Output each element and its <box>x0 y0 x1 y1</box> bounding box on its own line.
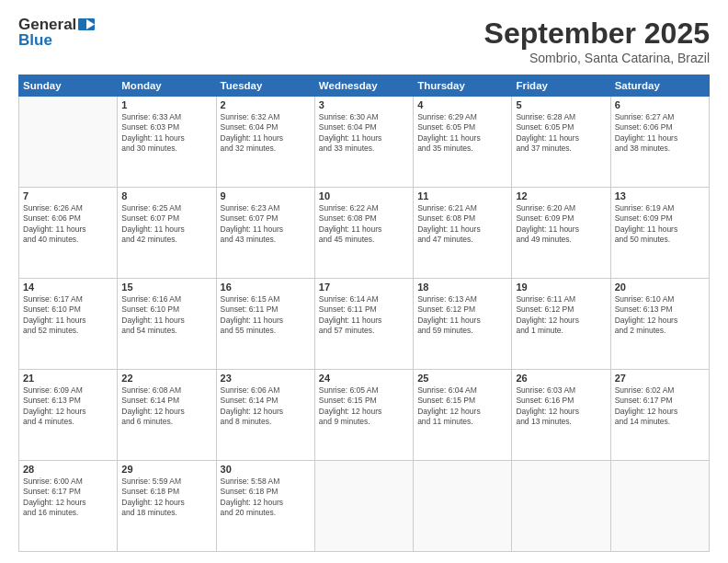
calendar-cell: 14Sunrise: 6:17 AMSunset: 6:10 PMDayligh… <box>19 279 118 370</box>
day-info: Sunrise: 6:05 AMSunset: 6:15 PMDaylight:… <box>319 385 409 428</box>
day-number: 29 <box>121 464 211 475</box>
day-number: 15 <box>121 282 211 293</box>
day-info: Sunrise: 6:13 AMSunset: 6:12 PMDaylight:… <box>417 294 507 337</box>
weekday-header: Monday <box>118 75 216 97</box>
day-info: Sunrise: 6:32 AMSunset: 6:04 PMDaylight:… <box>221 112 311 155</box>
day-info: Sunrise: 6:22 AMSunset: 6:08 PMDaylight:… <box>319 203 409 246</box>
day-number: 2 <box>221 99 311 110</box>
day-number: 8 <box>121 190 211 201</box>
logo-blue: Blue <box>18 32 52 48</box>
day-info: Sunrise: 6:28 AMSunset: 6:05 PMDaylight:… <box>516 112 606 155</box>
day-info: Sunrise: 6:17 AMSunset: 6:10 PMDaylight:… <box>23 294 113 337</box>
day-number: 14 <box>23 282 113 293</box>
page: General Blue September 2025 Sombrio, San… <box>0 0 728 563</box>
logo-text: General Blue <box>18 17 95 48</box>
calendar-cell: 26Sunrise: 6:03 AMSunset: 6:16 PMDayligh… <box>512 370 610 461</box>
day-info: Sunrise: 5:59 AMSunset: 6:18 PMDaylight:… <box>121 477 211 519</box>
day-number: 30 <box>221 464 311 475</box>
day-number: 6 <box>615 99 705 110</box>
weekday-header: Thursday <box>414 75 512 97</box>
calendar-cell: 9Sunrise: 6:23 AMSunset: 6:07 PMDaylight… <box>216 188 314 279</box>
calendar-cell: 27Sunrise: 6:02 AMSunset: 6:17 PMDayligh… <box>610 370 709 461</box>
calendar-cell: 21Sunrise: 6:09 AMSunset: 6:13 PMDayligh… <box>19 370 118 461</box>
day-number: 13 <box>615 190 705 201</box>
day-info: Sunrise: 6:03 AMSunset: 6:16 PMDaylight:… <box>516 385 606 428</box>
day-info: Sunrise: 6:10 AMSunset: 6:13 PMDaylight:… <box>615 294 705 337</box>
calendar-cell: 7Sunrise: 6:26 AMSunset: 6:06 PMDaylight… <box>19 188 118 279</box>
calendar-cell: 24Sunrise: 6:05 AMSunset: 6:15 PMDayligh… <box>314 370 413 461</box>
day-info: Sunrise: 6:04 AMSunset: 6:15 PMDaylight:… <box>417 385 507 428</box>
calendar-cell: 20Sunrise: 6:10 AMSunset: 6:13 PMDayligh… <box>610 279 709 370</box>
calendar-week-row: 21Sunrise: 6:09 AMSunset: 6:13 PMDayligh… <box>19 370 710 461</box>
calendar-cell: 2Sunrise: 6:32 AMSunset: 6:04 PMDaylight… <box>216 97 314 188</box>
day-info: Sunrise: 6:09 AMSunset: 6:13 PMDaylight:… <box>23 385 113 428</box>
location-subtitle: Sombrio, Santa Catarina, Brazil <box>484 51 710 65</box>
calendar-cell: 25Sunrise: 6:04 AMSunset: 6:15 PMDayligh… <box>414 370 512 461</box>
day-info: Sunrise: 5:58 AMSunset: 6:18 PMDaylight:… <box>221 477 311 519</box>
calendar-week-row: 7Sunrise: 6:26 AMSunset: 6:06 PMDaylight… <box>19 188 710 279</box>
month-title: September 2025 <box>484 17 710 51</box>
logo: General Blue <box>18 17 95 48</box>
calendar-cell: 8Sunrise: 6:25 AMSunset: 6:07 PMDaylight… <box>118 188 216 279</box>
calendar-cell: 28Sunrise: 6:00 AMSunset: 6:17 PMDayligh… <box>19 461 118 552</box>
day-number: 28 <box>23 464 113 475</box>
day-info: Sunrise: 6:33 AMSunset: 6:03 PMDaylight:… <box>121 112 211 155</box>
day-info: Sunrise: 6:30 AMSunset: 6:04 PMDaylight:… <box>319 112 409 155</box>
day-info: Sunrise: 6:16 AMSunset: 6:10 PMDaylight:… <box>121 294 211 337</box>
calendar-cell <box>414 461 512 552</box>
day-info: Sunrise: 6:23 AMSunset: 6:07 PMDaylight:… <box>221 203 311 246</box>
calendar-cell: 29Sunrise: 5:59 AMSunset: 6:18 PMDayligh… <box>118 461 216 552</box>
calendar-week-row: 14Sunrise: 6:17 AMSunset: 6:10 PMDayligh… <box>19 279 710 370</box>
day-number: 25 <box>417 373 507 384</box>
calendar-cell: 23Sunrise: 6:06 AMSunset: 6:14 PMDayligh… <box>216 370 314 461</box>
day-info: Sunrise: 6:02 AMSunset: 6:17 PMDaylight:… <box>615 385 705 428</box>
calendar-cell: 3Sunrise: 6:30 AMSunset: 6:04 PMDaylight… <box>314 97 413 188</box>
weekday-header: Wednesday <box>314 75 413 97</box>
calendar-cell: 18Sunrise: 6:13 AMSunset: 6:12 PMDayligh… <box>414 279 512 370</box>
day-info: Sunrise: 6:15 AMSunset: 6:11 PMDaylight:… <box>221 294 311 337</box>
day-info: Sunrise: 6:26 AMSunset: 6:06 PMDaylight:… <box>23 203 113 246</box>
title-block: September 2025 Sombrio, Santa Catarina, … <box>484 17 710 65</box>
day-info: Sunrise: 6:08 AMSunset: 6:14 PMDaylight:… <box>121 385 211 428</box>
calendar-cell: 5Sunrise: 6:28 AMSunset: 6:05 PMDaylight… <box>512 97 610 188</box>
calendar-cell: 10Sunrise: 6:22 AMSunset: 6:08 PMDayligh… <box>314 188 413 279</box>
day-info: Sunrise: 6:11 AMSunset: 6:12 PMDaylight:… <box>516 294 606 337</box>
calendar-cell: 17Sunrise: 6:14 AMSunset: 6:11 PMDayligh… <box>314 279 413 370</box>
calendar-cell <box>610 461 709 552</box>
logo-flag-icon <box>78 18 95 30</box>
day-info: Sunrise: 6:27 AMSunset: 6:06 PMDaylight:… <box>615 112 705 155</box>
logo-general: General <box>18 17 76 32</box>
calendar-cell: 13Sunrise: 6:19 AMSunset: 6:09 PMDayligh… <box>610 188 709 279</box>
weekday-header: Friday <box>512 75 610 97</box>
day-number: 12 <box>516 190 606 201</box>
day-number: 16 <box>221 282 311 293</box>
calendar-cell <box>314 461 413 552</box>
weekday-header: Saturday <box>610 75 709 97</box>
day-number: 23 <box>221 373 311 384</box>
day-info: Sunrise: 6:19 AMSunset: 6:09 PMDaylight:… <box>615 203 705 246</box>
day-number: 9 <box>221 190 311 201</box>
calendar-cell: 6Sunrise: 6:27 AMSunset: 6:06 PMDaylight… <box>610 97 709 188</box>
day-number: 3 <box>319 99 409 110</box>
day-number: 5 <box>516 99 606 110</box>
day-info: Sunrise: 6:06 AMSunset: 6:14 PMDaylight:… <box>221 385 311 428</box>
day-info: Sunrise: 6:00 AMSunset: 6:17 PMDaylight:… <box>23 477 113 519</box>
day-number: 11 <box>417 190 507 201</box>
day-info: Sunrise: 6:14 AMSunset: 6:11 PMDaylight:… <box>319 294 409 337</box>
header: General Blue September 2025 Sombrio, San… <box>18 17 710 65</box>
calendar-cell: 16Sunrise: 6:15 AMSunset: 6:11 PMDayligh… <box>216 279 314 370</box>
day-number: 4 <box>417 99 507 110</box>
weekday-header: Tuesday <box>216 75 314 97</box>
calendar-week-row: 28Sunrise: 6:00 AMSunset: 6:17 PMDayligh… <box>19 461 710 552</box>
calendar-cell: 22Sunrise: 6:08 AMSunset: 6:14 PMDayligh… <box>118 370 216 461</box>
day-number: 27 <box>615 373 705 384</box>
calendar-cell: 30Sunrise: 5:58 AMSunset: 6:18 PMDayligh… <box>216 461 314 552</box>
day-number: 20 <box>615 282 705 293</box>
calendar-cell: 19Sunrise: 6:11 AMSunset: 6:12 PMDayligh… <box>512 279 610 370</box>
calendar-cell: 1Sunrise: 6:33 AMSunset: 6:03 PMDaylight… <box>118 97 216 188</box>
day-number: 19 <box>516 282 606 293</box>
calendar-cell <box>19 97 118 188</box>
day-number: 21 <box>23 373 113 384</box>
calendar-cell: 4Sunrise: 6:29 AMSunset: 6:05 PMDaylight… <box>414 97 512 188</box>
calendar-cell: 12Sunrise: 6:20 AMSunset: 6:09 PMDayligh… <box>512 188 610 279</box>
